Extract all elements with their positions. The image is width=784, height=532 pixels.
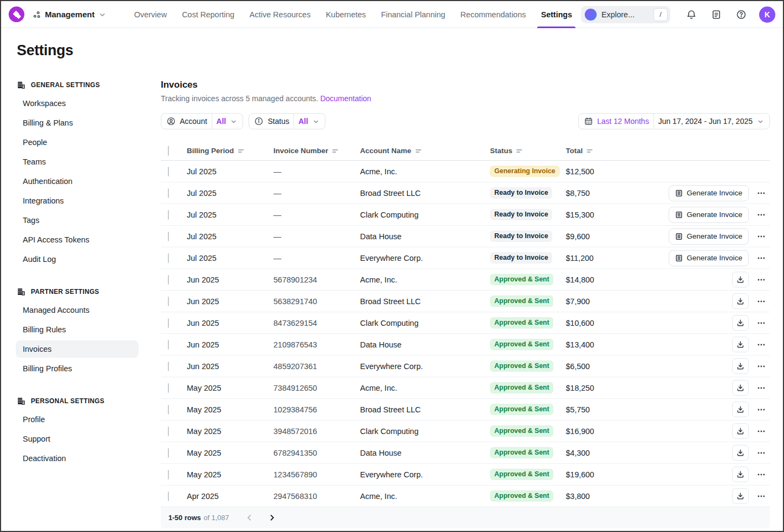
download-invoice-button[interactable] [732, 402, 749, 417]
sidebar-item-billing-profiles[interactable]: Billing Profiles [16, 360, 139, 377]
row-menu-button[interactable] [757, 384, 766, 392]
brand-logo-icon[interactable] [9, 6, 24, 22]
date-range-picker[interactable]: Last 12 Months Jun 17, 2024 - Jun 17, 20… [578, 113, 770, 129]
download-invoice-button[interactable] [732, 445, 749, 461]
table-row: May 2025 1029384756 Broad Street LLC App… [161, 399, 770, 421]
invoice-doc-icon [675, 233, 683, 240]
column-header-account-name[interactable]: Account Name [360, 147, 490, 155]
generate-invoice-button[interactable]: Generate Invoice [669, 207, 749, 223]
row-checkbox[interactable] [168, 318, 169, 328]
billing-period-cell: May 2025 [187, 449, 273, 457]
download-invoice-button[interactable] [732, 293, 749, 309]
row-menu-button[interactable] [757, 492, 766, 501]
status-filter[interactable]: Status All [249, 113, 325, 129]
download-invoice-button[interactable] [732, 467, 749, 482]
total-cell: $5,750 [566, 405, 667, 414]
row-checkbox[interactable] [168, 275, 169, 285]
row-checkbox[interactable] [168, 405, 169, 415]
workspace-selector[interactable]: Management [32, 10, 106, 19]
billing-period-cell: May 2025 [187, 384, 273, 392]
total-cell: $4,300 [566, 449, 667, 457]
generate-invoice-label: Generate Invoice [687, 211, 742, 219]
account-filter[interactable]: Account All [161, 113, 243, 129]
sidebar-item-teams[interactable]: Teams [16, 153, 139, 170]
sidebar-item-billing-rules[interactable]: Billing Rules [16, 321, 139, 338]
row-menu-button[interactable] [757, 189, 766, 198]
generate-invoice-button[interactable]: Generate Invoice [669, 185, 749, 201]
sidebar-item-people[interactable]: People [16, 134, 139, 151]
row-checkbox[interactable] [168, 210, 169, 220]
row-checkbox[interactable] [168, 426, 169, 436]
row-menu-button[interactable] [757, 254, 766, 262]
download-invoice-button[interactable] [732, 337, 749, 352]
user-avatar[interactable]: K [759, 6, 775, 23]
sidebar-section: PARTNER SETTINGS Managed AccountsBilling… [16, 286, 139, 377]
download-invoice-button[interactable] [732, 380, 749, 396]
row-checkbox[interactable] [168, 470, 169, 480]
sidebar-item-audit-log[interactable]: Audit Log [16, 251, 139, 268]
row-checkbox[interactable] [168, 383, 169, 393]
sidebar-item-tags[interactable]: Tags [16, 212, 139, 229]
nav-item-overview[interactable]: Overview [133, 1, 168, 28]
row-menu-button[interactable] [757, 427, 766, 436]
sidebar-item-api-access-tokens[interactable]: API Access Tokens [16, 231, 139, 248]
nav-item-recommendations[interactable]: Recommendations [459, 1, 527, 28]
generate-invoice-button[interactable]: Generate Invoice [669, 228, 749, 245]
next-page-button[interactable] [268, 514, 276, 522]
row-menu-button[interactable] [757, 232, 766, 241]
row-checkbox[interactable] [168, 362, 169, 371]
row-menu-button[interactable] [757, 297, 766, 306]
row-menu-button[interactable] [757, 405, 766, 414]
sidebar-item-invoices[interactable]: Invoices [16, 340, 139, 358]
sidebar-item-deactivation[interactable]: Deactivation [16, 450, 139, 467]
row-checkbox[interactable] [168, 188, 169, 198]
row-checkbox[interactable] [168, 167, 169, 176]
invoice-number-cell: 1234567890 [273, 470, 360, 479]
sidebar-item-support[interactable]: Support [16, 430, 139, 448]
notifications-bell-icon[interactable] [682, 5, 701, 24]
row-checkbox[interactable] [168, 448, 169, 458]
row-menu-button[interactable] [757, 470, 766, 479]
nav-item-active-resources[interactable]: Active Resources [249, 1, 312, 28]
sidebar-item-integrations[interactable]: Integrations [16, 192, 139, 209]
sidebar-item-managed-accounts[interactable]: Managed Accounts [16, 301, 139, 319]
nav-item-label: Settings [541, 10, 572, 19]
nav-item-settings[interactable]: Settings [540, 1, 573, 28]
row-menu-button[interactable] [757, 362, 766, 371]
download-invoice-button[interactable] [732, 358, 749, 374]
sidebar-item-profile[interactable]: Profile [16, 411, 139, 428]
row-menu-button[interactable] [757, 275, 766, 284]
column-header-total[interactable]: Total [566, 147, 667, 155]
row-checkbox[interactable] [168, 232, 169, 241]
download-invoice-button[interactable] [732, 272, 749, 287]
row-menu-button[interactable] [757, 211, 766, 219]
row-menu-button[interactable] [757, 449, 766, 457]
column-header-billing-period[interactable]: Billing Period [187, 147, 273, 155]
download-invoice-button[interactable] [732, 488, 749, 504]
download-invoice-button[interactable] [732, 315, 749, 331]
documentation-link[interactable]: Documentation [320, 94, 371, 103]
row-checkbox[interactable] [168, 340, 169, 350]
nav-item-financial-planning[interactable]: Financial Planning [380, 1, 447, 28]
row-menu-button[interactable] [757, 340, 766, 349]
row-checkbox[interactable] [168, 253, 169, 263]
invoice-number-cell: 1029384756 [273, 405, 360, 414]
sidebar-item-authentication[interactable]: Authentication [16, 173, 139, 190]
select-all-checkbox[interactable] [168, 146, 169, 156]
generate-invoice-button[interactable]: Generate Invoice [669, 250, 749, 266]
explore-search-button[interactable]: Explore... / [581, 6, 670, 23]
nav-item-cost-reporting[interactable]: Cost Reporting [181, 1, 236, 28]
column-header-invoice-number[interactable]: Invoice Number [273, 147, 360, 155]
sidebar-item-billing-plans[interactable]: Billing & Plans [16, 114, 139, 132]
download-invoice-button[interactable] [732, 423, 749, 439]
column-header-status[interactable]: Status [490, 147, 566, 155]
invoice-number-cell: — [273, 254, 360, 262]
docs-icon[interactable] [707, 5, 726, 24]
sidebar-item-workspaces[interactable]: Workspaces [16, 95, 139, 112]
nav-item-kubernetes[interactable]: Kubernetes [325, 1, 367, 28]
prev-page-button[interactable] [245, 514, 253, 522]
row-menu-button[interactable] [757, 319, 766, 327]
help-icon[interactable] [732, 5, 750, 24]
row-checkbox[interactable] [168, 491, 169, 501]
row-checkbox[interactable] [168, 297, 169, 306]
